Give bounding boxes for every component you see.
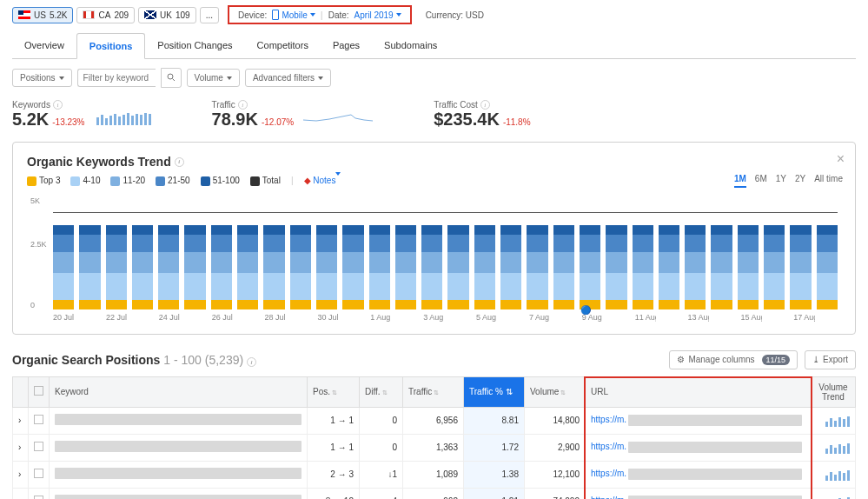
vtrend-cell: [812, 461, 856, 488]
close-icon[interactable]: ×: [837, 151, 845, 167]
info-icon[interactable]: i: [53, 100, 63, 110]
legend-11-20[interactable]: 11-20: [110, 176, 145, 186]
row-checkbox[interactable]: [34, 415, 43, 424]
traffic-cell: 6,956: [403, 407, 464, 434]
col-diff[interactable]: Diff.⇅: [360, 376, 403, 407]
tab-pages[interactable]: Pages: [321, 33, 372, 59]
range-1m[interactable]: 1M: [734, 174, 746, 188]
diff-cell: ↓1: [360, 461, 403, 488]
traffic-sparkline: [303, 111, 373, 125]
legend-top3[interactable]: Top 3: [27, 176, 60, 186]
col-pos[interactable]: Pos.⇅: [308, 376, 360, 407]
vtrend-cell: [812, 407, 856, 434]
volume-filter[interactable]: Volume: [187, 69, 240, 87]
url-cell[interactable]: https://m.: [586, 434, 812, 461]
legend-21-50[interactable]: 21-50: [156, 176, 190, 186]
expand-row[interactable]: ›: [13, 461, 29, 488]
range-1y[interactable]: 1Y: [776, 174, 786, 188]
keyword-cell[interactable]: [55, 468, 301, 479]
keyword-cell[interactable]: [55, 414, 301, 425]
google-update-icon[interactable]: 🔵: [580, 305, 591, 315]
url-cell[interactable]: https://m.: [586, 407, 812, 434]
keyword-cell[interactable]: [55, 495, 301, 499]
flag-us-icon: [18, 10, 30, 19]
traffic-pct-cell: 8.81: [464, 407, 525, 434]
country-uk[interactable]: UK 109: [138, 7, 196, 23]
date-label: Date:: [328, 10, 349, 20]
total-trendline: [53, 212, 838, 213]
tab-overview[interactable]: Overview: [12, 33, 76, 59]
tab-subdomains[interactable]: Subdomains: [372, 33, 449, 59]
mobile-icon: [272, 10, 279, 20]
range-2y[interactable]: 2Y: [795, 174, 805, 188]
expand-row[interactable]: ›: [13, 488, 29, 499]
notes-toggle[interactable]: ◆ Notes: [304, 176, 341, 185]
tab-positions[interactable]: Positions: [76, 33, 146, 59]
table-row: ›1 → 106,9568.8114,800https://m.: [13, 407, 856, 434]
tab-competitors[interactable]: Competitors: [245, 33, 321, 59]
expand-row[interactable]: ›: [13, 434, 29, 461]
manage-columns-button[interactable]: ⚙ Manage columns11/15: [669, 350, 798, 369]
keyword-filter-input[interactable]: [77, 69, 156, 87]
row-checkbox[interactable]: [34, 496, 43, 499]
legend-4-10[interactable]: 4-10: [70, 176, 100, 186]
metric-keywords: Keywordsi 5.2K-13.23%: [12, 100, 151, 130]
device-label: Device:: [238, 10, 267, 20]
traffic-cell: 1,363: [403, 434, 464, 461]
svg-line-1: [172, 79, 175, 82]
info-icon[interactable]: i: [175, 157, 184, 167]
range-all[interactable]: All time: [814, 174, 843, 188]
col-traffic-pct[interactable]: Traffic % ⇅: [464, 376, 525, 407]
url-cell[interactable]: https://m.: [586, 488, 812, 499]
pos-cell: 2 → 3: [308, 461, 360, 488]
country-us[interactable]: US 5.2K: [12, 7, 73, 23]
pos-cell: 8 → 12: [308, 488, 360, 499]
diff-cell: 0: [360, 407, 403, 434]
col-vtrend[interactable]: Volume Trend: [812, 376, 856, 407]
country-ca[interactable]: CA 209: [76, 7, 135, 23]
select-all-checkbox[interactable]: [34, 386, 43, 396]
traffic-cell: 1,089: [403, 461, 464, 488]
legend-51-100[interactable]: 51-100: [201, 176, 240, 186]
advanced-filters[interactable]: Advanced filters: [245, 69, 331, 87]
date-select[interactable]: April 2019: [354, 10, 401, 20]
tab-position-changes[interactable]: Position Changes: [145, 33, 244, 59]
range-6m[interactable]: 6M: [755, 174, 767, 188]
positions-table: Keyword Pos.⇅ Diff.⇅ Traffic⇅ Traffic % …: [12, 376, 856, 499]
vtrend-cell: [812, 488, 856, 499]
row-checkbox[interactable]: [34, 469, 43, 478]
col-volume[interactable]: Volume⇅: [525, 376, 586, 407]
traffic-pct-cell: 1.21: [464, 488, 525, 499]
chevron-down-icon: [310, 13, 315, 17]
volume-cell: 14,800: [525, 407, 586, 434]
col-keyword[interactable]: Keyword: [50, 376, 308, 407]
time-range-tabs: 1M 6M 1Y 2Y All time: [734, 174, 843, 188]
country-more[interactable]: ...: [200, 7, 219, 23]
main-tabs: Overview Positions Position Changes Comp…: [0, 33, 868, 59]
keywords-sparkline: [96, 111, 151, 125]
metric-traffic: Traffici 78.9K-12.07%: [212, 100, 374, 130]
url-cell[interactable]: https://m.: [586, 461, 812, 488]
volume-cell: 12,100: [525, 461, 586, 488]
keyword-search-button[interactable]: [161, 68, 182, 88]
info-icon[interactable]: i: [238, 100, 248, 110]
currency: Currency: USD: [426, 10, 484, 20]
export-button[interactable]: ⤓ Export: [805, 350, 856, 369]
col-url[interactable]: URL: [586, 376, 812, 407]
keyword-cell[interactable]: [55, 441, 301, 452]
flag-uk-icon: [144, 10, 156, 19]
col-traffic[interactable]: Traffic⇅: [403, 376, 464, 407]
info-icon[interactable]: i: [247, 357, 256, 367]
device-select[interactable]: Mobile: [272, 10, 315, 20]
volume-cell: 2,900: [525, 434, 586, 461]
expand-row[interactable]: ›: [13, 407, 29, 434]
table-row: ›2 → 3↓11,0891.3812,100https://m.: [13, 461, 856, 488]
diff-cell: 0: [360, 434, 403, 461]
positions-filter[interactable]: Positions: [12, 69, 72, 87]
volume-cell: 74,000: [525, 488, 586, 499]
legend-total[interactable]: Total: [250, 176, 281, 186]
info-icon[interactable]: i: [480, 100, 490, 110]
vtrend-cell: [812, 434, 856, 461]
pos-cell: 1 → 1: [308, 434, 360, 461]
row-checkbox[interactable]: [34, 442, 43, 451]
